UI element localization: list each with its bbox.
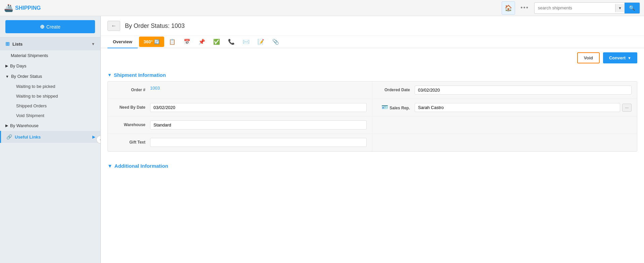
convert-label: Convert: [609, 55, 626, 60]
tab-email-icon-btn[interactable]: ✉️: [239, 36, 253, 48]
warehouse-input[interactable]: [150, 120, 367, 129]
ordered-date-cell: Ordered Date: [372, 82, 637, 99]
tab-360-label: 360°: [144, 39, 153, 44]
gift-text-value-wrap: [150, 138, 367, 147]
search-wrap: ▼ 🔍: [534, 2, 640, 14]
warehouse-value-wrap: [150, 120, 367, 129]
page-header: ← By Order Status: 1003: [101, 16, 644, 36]
home-button[interactable]: 🏠: [502, 1, 515, 15]
tab-phone-icon-btn[interactable]: 📞: [225, 36, 238, 48]
back-button[interactable]: ←: [107, 21, 120, 31]
waiting-shipped-label: Waiting to be shipped: [16, 94, 58, 99]
gift-text-label: Gift Text: [113, 138, 150, 145]
need-by-date-input[interactable]: [150, 103, 367, 112]
sales-rep-dots-button[interactable]: ···: [622, 104, 632, 112]
waiting-picked-label: Waiting to be picked: [16, 84, 55, 89]
tab-360[interactable]: 360° 🔄: [139, 37, 164, 47]
material-shipments-label: Material Shipments: [11, 53, 48, 58]
ordered-date-input[interactable]: [415, 86, 632, 95]
email-icon: ✉️: [243, 39, 249, 45]
tab-list-icon-btn[interactable]: 📋: [166, 36, 179, 48]
sidebar-subitem-shipped-orders[interactable]: Shipped Orders: [0, 101, 100, 111]
shipment-info-section: ▼ Shipment Information Order # 1003 Orde…: [101, 67, 644, 158]
tabs-bar: Overview 360° 🔄 📋 📅 📌 ✅ 📞 ✉️: [101, 36, 644, 48]
lists-header[interactable]: ⊞ Lists ▼: [0, 38, 100, 50]
checklist-icon: ✅: [213, 39, 220, 45]
tab-attachment-icon-btn[interactable]: 📎: [269, 36, 282, 48]
sales-rep-card-icon: 🪪: [381, 104, 388, 110]
by-warehouse-label: By Warehouse: [10, 123, 39, 128]
order-num-link[interactable]: 1003: [150, 86, 160, 91]
sidebar-useful-links[interactable]: 🔗 Useful Links ▶: [0, 131, 100, 143]
sidebar: ⊕ Create ⊞ Lists ▼ Material Shipments ▶ …: [0, 16, 101, 263]
tab-pin-icon-btn[interactable]: 📌: [195, 36, 209, 48]
need-by-date-label: Need By Date: [113, 103, 150, 110]
grid-icon: ⊞: [5, 41, 10, 47]
chevron-right-icon: ▶: [92, 135, 95, 139]
sidebar-subitem-waiting-shipped[interactable]: Waiting to be shipped: [0, 91, 100, 101]
need-by-date-value-wrap: [150, 103, 367, 112]
additional-info-title-text: Additional Information: [114, 163, 168, 169]
app-logo: 🚢 SHIPPING: [4, 4, 41, 12]
expand-arrow-icon: ▶: [5, 64, 8, 68]
app-title: SHIPPING: [15, 5, 41, 11]
attachment-icon: 📎: [272, 39, 279, 45]
additional-info-section[interactable]: ▼ Additional Information: [101, 158, 644, 172]
chevron-down-icon: ▼: [91, 42, 95, 46]
gift-text-cell: Gift Text: [108, 134, 372, 151]
sidebar-item-by-warehouse[interactable]: ▶ By Warehouse: [0, 120, 100, 131]
create-button[interactable]: ⊕ Create: [5, 20, 95, 33]
tab-overview-label: Overview: [113, 39, 132, 44]
sidebar-item-by-days[interactable]: ▶ By Days: [0, 61, 100, 71]
convert-button[interactable]: Convert ▼: [603, 52, 637, 63]
shipped-orders-label: Shipped Orders: [16, 103, 47, 108]
plus-icon: ⊕: [40, 23, 44, 30]
main-content: ← By Order Status: 1003 Overview 360° 🔄 …: [101, 16, 644, 263]
warehouse-label: Warehouse: [113, 120, 150, 127]
shipment-info-title[interactable]: ▼ Shipment Information: [107, 67, 637, 81]
lists-section: ⊞ Lists ▼ Material Shipments ▶ By Days ▼…: [0, 37, 100, 131]
convert-caret-icon: ▼: [628, 56, 631, 60]
sales-rep-label: Sales Rep.: [389, 104, 410, 110]
tab-checklist-icon-btn[interactable]: ✅: [210, 36, 223, 48]
topbar: 🚢 SHIPPING 🏠 ••• ▼ 🔍: [0, 0, 644, 16]
sales-rep-cell: 🪪 Sales Rep. ···: [372, 99, 637, 116]
link-icon: 🔗: [6, 134, 12, 140]
search-submit-button[interactable]: 🔍: [625, 3, 640, 13]
refresh-icon: 🔄: [154, 39, 159, 44]
ordered-date-label: Ordered Date: [378, 86, 415, 92]
tab-overview[interactable]: Overview: [107, 36, 138, 48]
lists-label: Lists: [12, 42, 22, 47]
order-num-cell: Order # 1003: [108, 82, 372, 99]
sales-rep-input[interactable]: [415, 103, 620, 112]
sales-rep-value-wrap: ···: [415, 103, 632, 112]
sidebar-item-material-shipments[interactable]: Material Shipments: [0, 50, 100, 61]
by-order-status-label: By Order Status: [11, 74, 42, 79]
sidebar-subitem-void-shipment[interactable]: Void Shipment: [0, 111, 100, 120]
pin-icon: 📌: [198, 39, 205, 45]
action-bar: Void Convert ▼: [101, 48, 644, 67]
search-input[interactable]: [535, 3, 615, 12]
order-num-label: Order #: [113, 86, 150, 92]
search-dropdown-button[interactable]: ▼: [615, 4, 625, 12]
section-toggle-arrow-icon: ▼: [107, 72, 112, 77]
void-button[interactable]: Void: [577, 52, 600, 63]
tab-calendar-icon-btn[interactable]: 📅: [180, 36, 194, 48]
tab-note-icon-btn[interactable]: 📝: [254, 36, 268, 48]
need-by-date-cell: Need By Date: [108, 99, 372, 116]
additional-info-toggle-icon: ▼: [107, 163, 112, 169]
calendar-icon: 📅: [184, 39, 190, 45]
by-days-label: By Days: [10, 63, 26, 68]
order-num-value-wrap: 1003: [150, 86, 367, 91]
shipment-info-title-text: Shipment Information: [114, 72, 166, 78]
more-options-button[interactable]: •••: [518, 3, 532, 13]
warehouse-expand-arrow-icon: ▶: [5, 123, 8, 128]
layout: ⊕ Create ⊞ Lists ▼ Material Shipments ▶ …: [0, 16, 644, 263]
sidebar-subitem-waiting-picked[interactable]: Waiting to be picked: [0, 82, 100, 91]
gift-text-input[interactable]: [150, 138, 367, 147]
search-icon: 🔍: [629, 5, 635, 11]
home-icon: 🏠: [505, 4, 512, 12]
warehouse-empty-cell: [372, 116, 637, 134]
create-label: Create: [46, 24, 60, 30]
sidebar-item-by-order-status[interactable]: ▼ By Order Status: [0, 71, 100, 82]
